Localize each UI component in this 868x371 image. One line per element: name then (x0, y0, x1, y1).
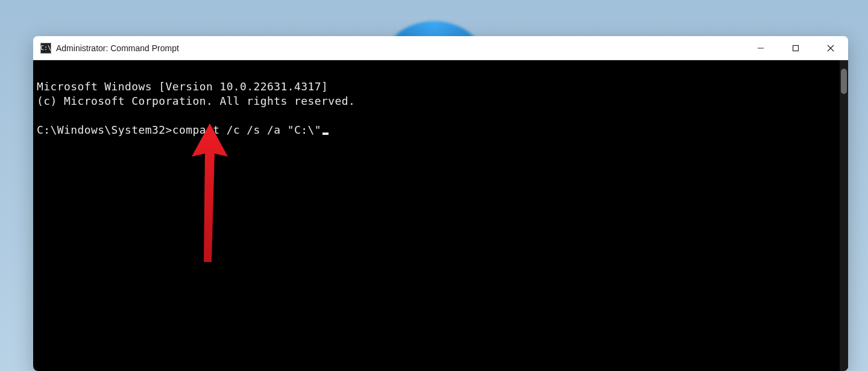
titlebar: C:\ Administrator: Command Prompt (33, 36, 848, 60)
svg-rect-1 (793, 45, 799, 51)
terminal-content: Microsoft Windows [Version 10.0.22631.43… (33, 60, 848, 171)
app-icon: C:\ (40, 43, 51, 54)
app-icon-glyph: C:\ (40, 45, 51, 51)
window-title: Administrator: Command Prompt (56, 43, 179, 53)
terminal-command: compact /c /s /a "C:\" (172, 123, 321, 137)
maximize-icon (792, 45, 799, 52)
terminal-prompt-line: C:\Windows\System32>compact /c /s /a "C:… (37, 123, 844, 137)
command-prompt-window: C:\ Administrator: Command Prompt (33, 36, 848, 371)
scrollbar-thumb[interactable] (841, 69, 847, 94)
terminal-line-copyright: (c) Microsoft Corporation. All rights re… (37, 95, 355, 107)
terminal-cursor (322, 132, 329, 135)
terminal-line-version: Microsoft Windows [Version 10.0.22631.43… (37, 80, 328, 93)
close-button[interactable] (813, 36, 848, 60)
scrollbar-track[interactable] (840, 60, 848, 371)
terminal-area[interactable]: Microsoft Windows [Version 10.0.22631.43… (33, 60, 848, 371)
window-controls (743, 36, 848, 60)
minimize-button[interactable] (743, 36, 778, 60)
terminal-prompt: C:\Windows\System32> (37, 123, 172, 137)
minimize-icon (757, 45, 764, 52)
close-icon (827, 45, 834, 52)
titlebar-left: C:\ Administrator: Command Prompt (33, 43, 179, 54)
maximize-button[interactable] (778, 36, 813, 60)
